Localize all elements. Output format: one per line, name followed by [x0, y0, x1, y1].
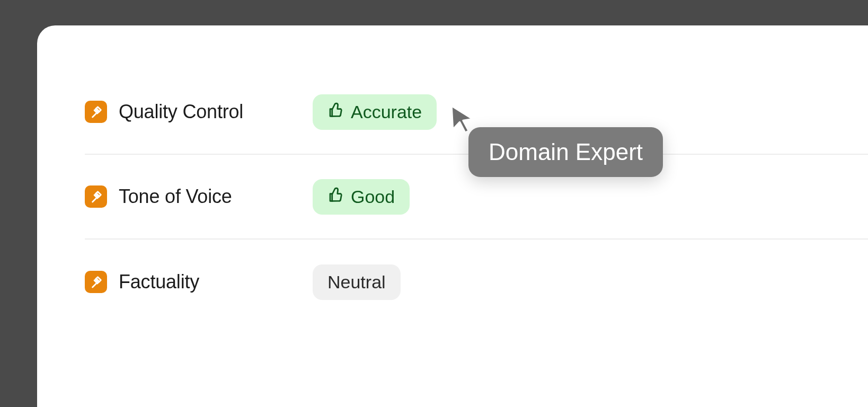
- rating-row-label: Factuality: [119, 271, 199, 293]
- rating-row-left: Factuality: [85, 271, 313, 293]
- thumbs-up-icon: [327, 187, 343, 207]
- rating-row: Factuality Neutral: [85, 240, 868, 324]
- rating-pill[interactable]: Accurate: [313, 94, 437, 130]
- gavel-icon: [85, 101, 107, 123]
- tooltip-label: Domain Expert: [489, 139, 643, 165]
- gavel-icon: [85, 271, 107, 293]
- rating-pill-label: Neutral: [327, 272, 386, 293]
- tooltip: Domain Expert: [468, 127, 663, 177]
- thumbs-up-icon: [327, 102, 343, 122]
- rating-row-label: Tone of Voice: [119, 185, 232, 208]
- rating-row-label: Quality Control: [119, 101, 243, 123]
- gavel-icon: [85, 185, 107, 208]
- rating-pill[interactable]: Neutral: [313, 264, 401, 300]
- rating-row-left: Quality Control: [85, 101, 313, 123]
- rating-pill[interactable]: Good: [313, 179, 410, 215]
- ratings-panel: Quality Control Accurate: [37, 25, 868, 407]
- rating-pill-label: Accurate: [351, 102, 422, 122]
- rating-pill-label: Good: [351, 187, 395, 207]
- rating-row-left: Tone of Voice: [85, 185, 313, 208]
